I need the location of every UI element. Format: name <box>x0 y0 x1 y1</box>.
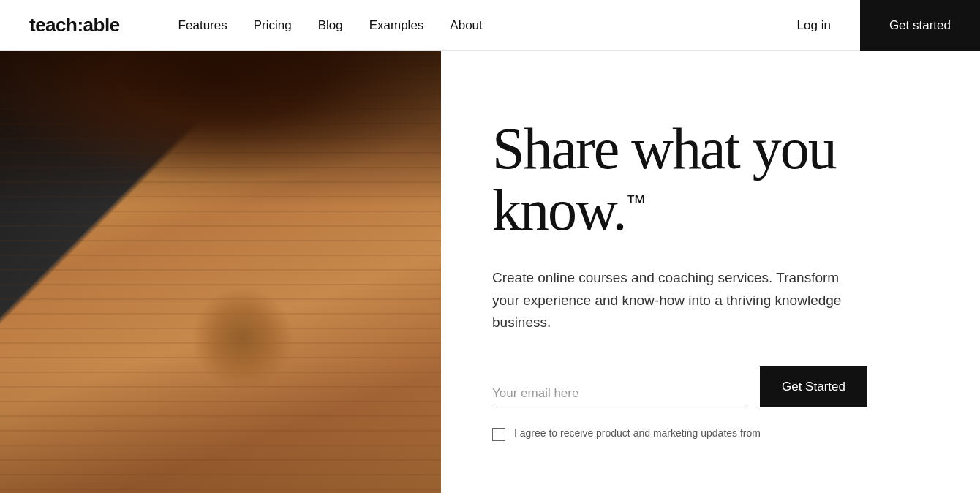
hero-image <box>0 51 441 493</box>
email-input[interactable] <box>492 386 748 401</box>
nav-features[interactable]: Features <box>178 18 227 33</box>
hero-text-section: Share what you know.™ Create online cour… <box>441 51 980 493</box>
nav-get-started-button[interactable]: Get started <box>860 0 980 51</box>
nav-links: Features Pricing Blog Examples About <box>149 18 768 33</box>
hero-headline-line2: know. <box>492 178 626 242</box>
main-content: Share what you know.™ Create online cour… <box>0 51 980 493</box>
checkbox-row: I agree to receive product and marketing… <box>492 426 936 441</box>
login-link[interactable]: Log in <box>768 18 860 33</box>
hero-headline-line1: Share what you <box>492 116 836 181</box>
nav-about[interactable]: About <box>450 18 482 33</box>
logo[interactable]: teach:able <box>0 14 149 37</box>
email-input-wrapper <box>492 386 748 407</box>
trademark-symbol: ™ <box>626 192 647 214</box>
hero-image-container <box>0 51 441 493</box>
email-form: Get Started <box>492 366 936 407</box>
hero-headline: Share what you know.™ <box>492 118 936 241</box>
nav-blog[interactable]: Blog <box>318 18 343 33</box>
agree-checkbox[interactable] <box>492 428 505 441</box>
checkbox-label: I agree to receive product and marketing… <box>514 426 761 441</box>
nav-examples[interactable]: Examples <box>369 18 424 33</box>
hero-subtext: Create online courses and coaching servi… <box>492 267 858 334</box>
nav-right: Log in Get started <box>768 0 980 51</box>
nav-pricing[interactable]: Pricing <box>254 18 292 33</box>
header: teach:able Features Pricing Blog Example… <box>0 0 980 51</box>
get-started-button[interactable]: Get Started <box>760 366 867 407</box>
